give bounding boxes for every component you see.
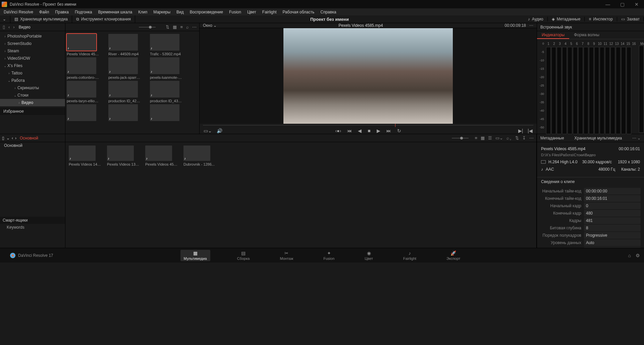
maximize-button[interactable]: ▢ bbox=[619, 2, 625, 7]
tab-indicators[interactable]: Индикаторы bbox=[537, 31, 569, 39]
capture-button[interactable]: ▭Захват bbox=[617, 17, 644, 21]
folder-node[interactable]: ›PhotoshopPortable bbox=[0, 33, 65, 40]
page-сборка[interactable]: ▤Сборка bbox=[234, 250, 253, 261]
minimize-button[interactable]: — bbox=[605, 2, 611, 7]
page-монтаж[interactable]: ✂Монтаж bbox=[276, 250, 297, 261]
menu-fairlight[interactable]: Fairlight bbox=[259, 9, 280, 15]
viewer-mode[interactable]: Окно ⌄ bbox=[203, 23, 217, 28]
last-frame-icon[interactable]: ⏭ bbox=[386, 128, 391, 133]
pool-clip[interactable]: ♪Pexels Videos 458... bbox=[145, 146, 177, 166]
more-icon[interactable]: ⋯ bbox=[529, 135, 534, 140]
dropdown-button[interactable]: ⌄ bbox=[0, 15, 10, 23]
folder-node[interactable]: ›Скриншоты bbox=[0, 84, 65, 92]
menu-davinci resolve[interactable]: DaVinci Resolve bbox=[1, 9, 36, 15]
clip-item[interactable]: ♪Pexels Videos 4585... bbox=[67, 34, 99, 56]
media-storage-tab[interactable]: Хранилище мультимедиа bbox=[574, 136, 622, 140]
pool-clip[interactable]: ♪Pexels Videos 141... bbox=[69, 146, 101, 166]
menu-справка[interactable]: Справка bbox=[317, 9, 339, 15]
tab-waveform[interactable]: Форма волны bbox=[569, 31, 604, 39]
clip-item[interactable]: ♪ bbox=[67, 104, 99, 122]
mark-in-icon[interactable]: ‹●› bbox=[335, 128, 341, 133]
collapse-icon[interactable]: ⌄ bbox=[6, 136, 10, 140]
folder-node[interactable]: ›Tattoo bbox=[0, 69, 65, 77]
clip-item[interactable]: ♪River - 44509.mp4 bbox=[108, 34, 141, 56]
folder-node[interactable]: ⌄Стоки bbox=[0, 92, 65, 99]
first-frame-icon[interactable]: ⏮ bbox=[347, 128, 352, 133]
folder-node[interactable]: ⌄Работа bbox=[0, 77, 65, 84]
more-icon[interactable]: ⋯ bbox=[192, 24, 197, 30]
clip-item[interactable]: ♪pexels-cottonbro-54... bbox=[67, 57, 99, 79]
folder-node[interactable]: ›ScreenStudio bbox=[0, 40, 65, 47]
menu-воспроизведение[interactable]: Воспроизведение bbox=[187, 9, 226, 15]
match-frame-icon[interactable]: ▭⌄ bbox=[204, 128, 212, 133]
page-fairlight[interactable]: ♪Fairlight bbox=[400, 250, 420, 261]
grid-view-icon[interactable]: ▦ bbox=[173, 24, 177, 30]
folder-node[interactable]: ›Видео bbox=[0, 99, 65, 106]
page-fusion[interactable]: ✦Fusion bbox=[320, 250, 338, 261]
menu-цвет[interactable]: Цвет bbox=[244, 9, 259, 15]
page-цвет[interactable]: ◉Цвет bbox=[361, 250, 376, 261]
smart-bin-item[interactable]: Keywords bbox=[0, 224, 65, 231]
metadata-tab[interactable]: Метаданные bbox=[540, 136, 564, 140]
clip-item[interactable]: ♪production ID_42649... bbox=[108, 81, 141, 103]
clip-item[interactable]: ♪ bbox=[108, 104, 141, 122]
page-экспорт[interactable]: 🚀Экспорт bbox=[443, 250, 464, 261]
clip-item[interactable]: ♪pexels-taryn-elliott-5... bbox=[67, 81, 99, 103]
sort-icon[interactable]: ⇅ bbox=[166, 24, 169, 30]
pool-clip[interactable]: ♪Dubrovnik - 1286... bbox=[183, 146, 216, 166]
volume-icon[interactable]: 🔊 bbox=[217, 128, 222, 133]
play-rev-icon[interactable]: ◀ bbox=[358, 128, 362, 133]
nav-fwd-icon[interactable]: › bbox=[15, 136, 16, 140]
menu-файл[interactable]: Файл bbox=[36, 9, 52, 15]
clip-item[interactable]: ♪Trafic - 53902.mp4 bbox=[150, 34, 182, 56]
clip-item[interactable]: ♪pexels-luanmote-66... bbox=[150, 57, 182, 79]
play-icon[interactable]: ▶ bbox=[377, 128, 380, 133]
menu-правка[interactable]: Правка bbox=[52, 9, 72, 15]
thumb-size-slider[interactable] bbox=[452, 138, 469, 138]
metadata-button[interactable]: ◈Метаданные bbox=[548, 17, 585, 21]
menu-рабочая область[interactable]: Рабочая область bbox=[280, 9, 318, 15]
clip-item[interactable]: ♪production ID_43407... bbox=[150, 81, 182, 103]
filter-icon[interactable]: ⇅ bbox=[515, 135, 519, 140]
menu-маркеры[interactable]: Маркеры bbox=[150, 9, 173, 15]
loop-icon[interactable]: ↻ bbox=[397, 128, 401, 133]
meta-more-icon[interactable]: ⋯ ⌄ bbox=[632, 136, 641, 140]
viewer-scrubber[interactable] bbox=[200, 124, 537, 128]
folder-node[interactable]: ›VideoSHOW bbox=[0, 55, 65, 62]
clone-tool-button[interactable]: ⧉ Инструмент клонирования bbox=[72, 15, 135, 23]
search-icon[interactable]: ⌕ bbox=[186, 24, 189, 30]
inspector-button[interactable]: ≡Инспектор bbox=[585, 17, 617, 21]
list-view-icon[interactable]: ☰ bbox=[488, 135, 492, 140]
settings-icon[interactable]: ⚙ bbox=[636, 253, 640, 258]
audio-button[interactable]: ♪Аудио bbox=[524, 17, 548, 21]
folder-node[interactable]: ⌄X's Files bbox=[0, 62, 65, 69]
clip-item[interactable]: ♪pexels-jack-sparrow-... bbox=[108, 57, 141, 79]
close-button[interactable]: ✕ bbox=[634, 2, 640, 7]
pool-clip[interactable]: ♪Pexels Videos 139... bbox=[107, 146, 139, 166]
next-clip-icon[interactable]: ▶| bbox=[518, 128, 523, 133]
nav-back-icon[interactable]: ‹ bbox=[8, 24, 10, 30]
panel-layout-icon[interactable]: ▯ bbox=[2, 136, 4, 140]
bin-item[interactable]: Основной bbox=[0, 142, 65, 150]
panel-layout-icon[interactable]: ▯ bbox=[2, 24, 6, 30]
nav-back-icon[interactable]: ‹ bbox=[12, 136, 13, 140]
list-view-icon[interactable]: ≡ bbox=[180, 24, 183, 30]
viewer-more-icon[interactable]: ⋯ bbox=[529, 23, 533, 28]
view-mode-icon[interactable]: ▭⌄ bbox=[495, 135, 503, 140]
clip-item[interactable]: ♪ bbox=[150, 104, 182, 122]
prev-clip-icon[interactable]: |◀ bbox=[528, 128, 533, 133]
menu-клип[interactable]: Клип bbox=[135, 9, 150, 15]
search-icon[interactable]: ⌕⌄ bbox=[506, 135, 512, 140]
viewer-canvas[interactable] bbox=[200, 28, 537, 124]
menu-fusion[interactable]: Fusion bbox=[226, 9, 244, 15]
menu-временная шкала[interactable]: Временная шкала bbox=[95, 9, 136, 15]
nav-fwd-icon[interactable]: › bbox=[12, 24, 15, 30]
media-storage-button[interactable]: ▤ Хранилище мультимедиа bbox=[10, 15, 72, 23]
home-icon[interactable]: ⌂ bbox=[628, 253, 631, 258]
menu-вид[interactable]: Вид bbox=[173, 9, 187, 15]
grid-view-icon[interactable]: ▦ bbox=[481, 135, 485, 140]
thumb-size-slider[interactable] bbox=[139, 27, 156, 27]
stop-icon[interactable]: ■ bbox=[368, 128, 370, 133]
page-мультимедиа[interactable]: ▦Мультимедиа bbox=[180, 250, 210, 261]
sort-icon[interactable]: ↧ bbox=[522, 135, 526, 140]
